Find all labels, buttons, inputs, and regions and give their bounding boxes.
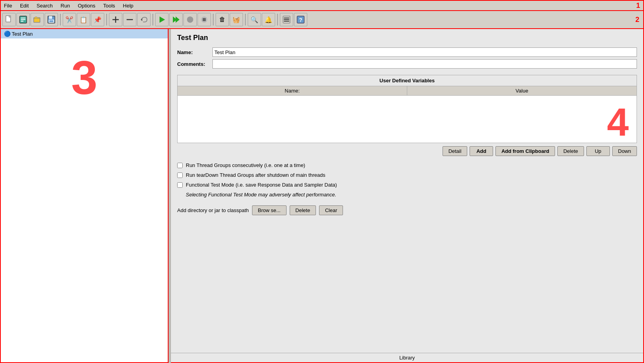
checkboxes-section: Run Thread Groups consecutively (i.e. on… bbox=[177, 162, 637, 202]
separator-1 bbox=[60, 14, 61, 25]
cut-button[interactable]: ✂️ bbox=[63, 13, 76, 26]
undo-button[interactable] bbox=[137, 13, 151, 26]
section-number-3: 3 bbox=[1, 38, 168, 117]
copy-button[interactable]: 📋 bbox=[77, 13, 90, 26]
svg-rect-10 bbox=[49, 20, 53, 22]
section-number-2: 2 bbox=[635, 16, 639, 24]
variables-title: User Defined Variables bbox=[178, 75, 637, 86]
browse-button[interactable]: Brow se... bbox=[252, 205, 287, 215]
clear-all-toolbar-button[interactable]: 🧺 bbox=[230, 13, 243, 26]
var-col-value-header: Value bbox=[407, 86, 637, 95]
svg-rect-8 bbox=[49, 16, 52, 19]
variables-section: User Defined Variables Name: Value 4 bbox=[177, 75, 637, 143]
menu-bar: File Edit Search Run Options Tools Help … bbox=[0, 0, 644, 11]
svg-rect-23 bbox=[284, 19, 289, 20]
tree-item-label: Test Plan bbox=[12, 31, 33, 37]
svg-marker-15 bbox=[160, 16, 165, 23]
run-consecutively-checkbox[interactable] bbox=[177, 163, 183, 168]
run-consecutively-label: Run Thread Groups consecutively (i.e. on… bbox=[186, 162, 305, 168]
svg-rect-3 bbox=[21, 18, 25, 18]
checkbox-row-1: Run Thread Groups consecutively (i.e. on… bbox=[177, 162, 637, 168]
save-button[interactable] bbox=[45, 13, 58, 26]
test-plan-icon: 🔵 bbox=[4, 31, 10, 37]
delete-classpath-button[interactable]: Delete bbox=[290, 205, 316, 215]
add-toolbar-button[interactable] bbox=[109, 13, 122, 26]
menu-tools[interactable]: Tools bbox=[102, 2, 116, 9]
panel-content: Test Plan Name: Comments: User Defined V… bbox=[171, 29, 643, 353]
checkbox-row-3: Functional Test Mode (i.e. save Response… bbox=[177, 182, 637, 188]
find-button[interactable]: 🔍 bbox=[248, 13, 261, 26]
separator-4 bbox=[213, 14, 214, 25]
run-teardown-label: Run tearDown Thread Groups after shutdow… bbox=[186, 172, 325, 178]
functional-test-mode-checkbox[interactable] bbox=[177, 182, 183, 188]
functional-test-mode-label: Functional Test Mode (i.e. save Response… bbox=[186, 182, 337, 188]
variables-body: 4 bbox=[178, 96, 637, 143]
template-button[interactable] bbox=[16, 13, 30, 26]
tree-item-test-plan[interactable]: 🔵 Test Plan bbox=[1, 29, 168, 38]
clear-classpath-button[interactable]: Clear bbox=[319, 205, 343, 215]
clear-toolbar-button[interactable]: 🗑 bbox=[216, 13, 229, 26]
menu-search[interactable]: Search bbox=[35, 2, 54, 9]
variables-header: Name: Value bbox=[178, 86, 637, 96]
var-col-name-header: Name: bbox=[178, 86, 407, 95]
remove-toolbar-button[interactable] bbox=[123, 13, 136, 26]
menu-file[interactable]: File bbox=[2, 2, 14, 9]
panel-title: Test Plan bbox=[177, 34, 637, 42]
menu-edit[interactable]: Edit bbox=[18, 2, 30, 9]
alert-button[interactable]: 🔔 bbox=[262, 13, 275, 26]
classpath-label: Add directory or jar to classpath bbox=[177, 207, 249, 213]
comments-input[interactable] bbox=[212, 59, 637, 69]
separator-3 bbox=[152, 14, 153, 25]
run-no-pause-button[interactable] bbox=[169, 13, 183, 26]
right-panel: Test Plan Name: Comments: User Defined V… bbox=[171, 29, 644, 363]
main-area: 🔵 Test Plan 3 Test Plan Name: Comments: … bbox=[0, 29, 644, 363]
section-number-1: 1 bbox=[636, 2, 640, 10]
svg-text:?: ? bbox=[299, 17, 303, 23]
separator-5 bbox=[245, 14, 246, 25]
paste-button[interactable]: 📌 bbox=[91, 13, 104, 26]
svg-marker-14 bbox=[141, 18, 142, 21]
svg-rect-4 bbox=[21, 19, 25, 20]
menu-help[interactable]: Help bbox=[122, 2, 135, 9]
shutdown-stop-button[interactable] bbox=[198, 13, 211, 26]
down-button[interactable]: Down bbox=[612, 146, 637, 156]
svg-rect-5 bbox=[21, 21, 24, 22]
add-from-clipboard-button[interactable]: Add from Clipboard bbox=[495, 146, 555, 156]
open-button[interactable] bbox=[31, 13, 44, 26]
run-button[interactable] bbox=[155, 13, 169, 26]
comments-label: Comments: bbox=[177, 61, 212, 67]
delete-variable-button[interactable]: Delete bbox=[557, 146, 584, 156]
detail-button[interactable]: Detail bbox=[443, 146, 467, 156]
name-row: Name: bbox=[177, 47, 637, 57]
separator-6 bbox=[277, 14, 278, 25]
new-button[interactable] bbox=[2, 13, 16, 26]
library-bar: Library bbox=[171, 353, 643, 362]
classpath-row: Add directory or jar to classpath Brow s… bbox=[177, 205, 637, 215]
menu-options[interactable]: Options bbox=[76, 2, 97, 9]
list-button[interactable] bbox=[280, 13, 293, 26]
svg-rect-20 bbox=[203, 18, 206, 21]
up-button[interactable]: Up bbox=[586, 146, 610, 156]
help-toolbar-button[interactable]: ? bbox=[294, 13, 307, 26]
run-teardown-checkbox[interactable] bbox=[177, 172, 183, 178]
name-label: Name: bbox=[177, 49, 212, 55]
name-input[interactable] bbox=[212, 47, 637, 57]
left-panel: 🔵 Test Plan 3 bbox=[0, 29, 169, 363]
functional-mode-note: Selecting Functional Test Mode may adver… bbox=[186, 192, 637, 198]
menu-run[interactable]: Run bbox=[59, 2, 72, 9]
svg-marker-17 bbox=[176, 16, 180, 23]
stop-button[interactable] bbox=[183, 13, 197, 26]
svg-rect-22 bbox=[284, 18, 289, 18]
comments-row: Comments: bbox=[177, 59, 637, 69]
toolbar: ✂️ 📋 📌 bbox=[0, 11, 644, 29]
section-number-4: 4 bbox=[607, 100, 629, 145]
action-buttons: Detail Add Add from Clipboard Delete Up … bbox=[177, 143, 637, 159]
add-variable-button[interactable]: Add bbox=[470, 146, 493, 156]
svg-rect-24 bbox=[284, 21, 289, 22]
svg-point-18 bbox=[187, 16, 193, 23]
checkbox-row-2: Run tearDown Thread Groups after shutdow… bbox=[177, 172, 637, 178]
separator-2 bbox=[106, 14, 107, 25]
